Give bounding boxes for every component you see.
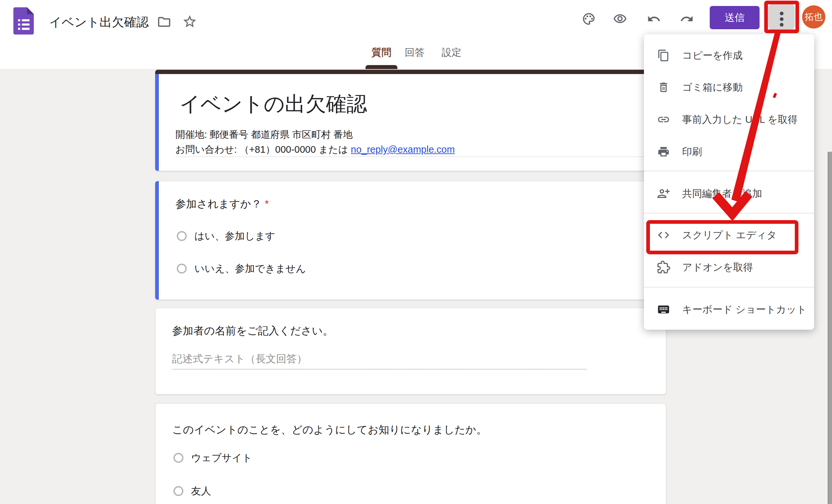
tab-responses[interactable]: 回答 [405, 46, 425, 59]
print-icon [657, 145, 670, 158]
menu-item-keyboard-shortcuts[interactable]: キーボード ショートカット [644, 293, 814, 326]
keyboard-icon [657, 303, 670, 316]
radio-option[interactable]: ウェブサイト [174, 450, 252, 466]
redo-button[interactable] [680, 12, 694, 27]
undo-icon [647, 12, 661, 26]
radio-icon[interactable] [174, 486, 183, 496]
palette-icon [582, 12, 596, 26]
customize-theme-button[interactable] [582, 12, 596, 27]
menu-item-prefilled-url[interactable]: 事前入力した URL を取得 [644, 104, 814, 136]
redo-icon [680, 12, 694, 26]
trash-icon [657, 81, 670, 94]
contact-email-link[interactable]: no_reply@example.com [351, 144, 455, 155]
tab-settings[interactable]: 設定 [442, 46, 462, 59]
annotation-box-script-editor [646, 220, 799, 254]
document-title[interactable]: イベント出欠確認 [49, 14, 149, 31]
menu-item-print[interactable]: 印刷 [644, 136, 814, 168]
eye-icon [613, 12, 627, 26]
tab-questions[interactable]: 質問 [371, 46, 391, 59]
answer-underline [172, 369, 587, 369]
menu-divider [644, 171, 814, 171]
radio-icon[interactable] [174, 453, 183, 463]
star-icon[interactable] [182, 14, 198, 31]
person-add-icon [657, 187, 670, 200]
menu-divider [644, 213, 814, 214]
user-avatar[interactable]: 拓也 [802, 5, 825, 29]
active-tab-indicator [365, 65, 397, 69]
forms-logo-icon [13, 7, 34, 34]
preview-button[interactable] [613, 12, 627, 27]
copy-icon [657, 49, 670, 62]
description-divider [176, 157, 649, 157]
undo-button[interactable] [647, 12, 661, 27]
scrollbar-thumb[interactable] [828, 152, 832, 504]
question-card-name[interactable]: 参加者の名前をご記入ください。 記述式テキスト（長文回答） [155, 308, 666, 394]
radio-option[interactable]: いいえ、参加できません [177, 261, 306, 277]
question-title: このイベントのことを、どのようにしてお知りになりましたか。 [172, 423, 487, 437]
question-card-referral[interactable]: このイベントのことを、どのようにしてお知りになりましたか。 ウェブサイト 友人 [155, 403, 666, 504]
menu-item-get-addons[interactable]: アドオンを取得 [644, 251, 814, 283]
google-forms-editor: イベント出欠確認 質問 回答 設定 送信 拓也 [0, 0, 832, 504]
form-theme-band [155, 70, 666, 74]
move-to-folder-icon[interactable] [157, 15, 172, 31]
send-button[interactable]: 送信 [710, 6, 759, 29]
more-options-menu: コピーを作成 ゴミ箱に移動 事前入力した URL を取得 印刷 共同編集者を追加… [644, 34, 814, 330]
question-title: 参加されますか？ * [176, 197, 269, 212]
menu-item-add-collaborators[interactable]: 共同編集者を追加 [644, 178, 814, 209]
link-icon [657, 113, 670, 126]
question-title: 参加者の名前をご記入ください。 [172, 324, 333, 338]
annotation-box-more-options [764, 1, 799, 33]
form-description[interactable]: 開催地: 郵便番号 都道府県 市区町村 番地 お問い合わせ: （+81）000-… [176, 127, 455, 157]
radio-option[interactable]: はい、参加します [177, 228, 276, 244]
radio-option[interactable]: 友人 [174, 483, 211, 499]
radio-icon[interactable] [177, 231, 187, 241]
puzzle-icon [657, 261, 670, 274]
form-title-card[interactable]: イベントの出欠確認 開催地: 郵便番号 都道府県 市区町村 番地 お問い合わせ:… [155, 74, 666, 171]
google-forms-logo[interactable] [13, 7, 34, 36]
radio-icon[interactable] [177, 263, 187, 274]
required-asterisk: * [265, 198, 269, 210]
menu-item-move-to-trash[interactable]: ゴミ箱に移動 [644, 72, 814, 103]
form-title[interactable]: イベントの出欠確認 [179, 90, 367, 118]
long-answer-placeholder[interactable]: 記述式テキスト（長文回答） [172, 352, 307, 366]
menu-item-make-copy[interactable]: コピーを作成 [644, 39, 814, 72]
menu-divider [644, 287, 814, 287]
question-card-attendance[interactable]: 参加されますか？ * はい、参加します いいえ、参加できません [155, 181, 666, 300]
